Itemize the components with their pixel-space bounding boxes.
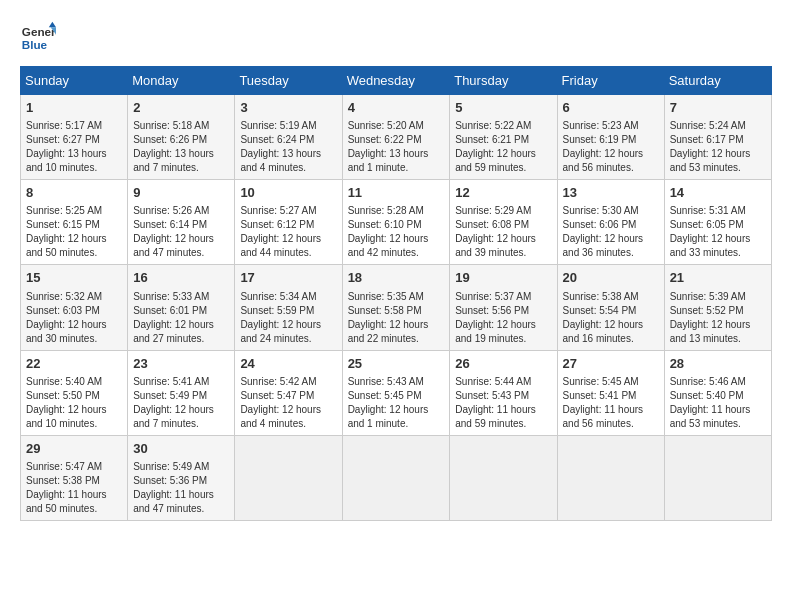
day-info: Sunrise: 5:27 AM Sunset: 6:12 PM Dayligh… xyxy=(240,204,336,260)
day-number: 20 xyxy=(563,269,659,287)
calendar-cell xyxy=(664,435,771,520)
day-info: Sunrise: 5:45 AM Sunset: 5:41 PM Dayligh… xyxy=(563,375,659,431)
calendar-cell: 10Sunrise: 5:27 AM Sunset: 6:12 PM Dayli… xyxy=(235,180,342,265)
column-header-sunday: Sunday xyxy=(21,67,128,95)
day-number: 7 xyxy=(670,99,766,117)
calendar-cell: 8Sunrise: 5:25 AM Sunset: 6:15 PM Daylig… xyxy=(21,180,128,265)
logo-icon: General Blue xyxy=(20,20,56,56)
day-info: Sunrise: 5:47 AM Sunset: 5:38 PM Dayligh… xyxy=(26,460,122,516)
day-number: 3 xyxy=(240,99,336,117)
day-number: 6 xyxy=(563,99,659,117)
day-info: Sunrise: 5:18 AM Sunset: 6:26 PM Dayligh… xyxy=(133,119,229,175)
calendar-cell: 15Sunrise: 5:32 AM Sunset: 6:03 PM Dayli… xyxy=(21,265,128,350)
day-info: Sunrise: 5:42 AM Sunset: 5:47 PM Dayligh… xyxy=(240,375,336,431)
calendar-cell: 1Sunrise: 5:17 AM Sunset: 6:27 PM Daylig… xyxy=(21,95,128,180)
day-info: Sunrise: 5:22 AM Sunset: 6:21 PM Dayligh… xyxy=(455,119,551,175)
day-info: Sunrise: 5:23 AM Sunset: 6:19 PM Dayligh… xyxy=(563,119,659,175)
calendar-cell: 7Sunrise: 5:24 AM Sunset: 6:17 PM Daylig… xyxy=(664,95,771,180)
day-number: 21 xyxy=(670,269,766,287)
day-info: Sunrise: 5:24 AM Sunset: 6:17 PM Dayligh… xyxy=(670,119,766,175)
day-number: 16 xyxy=(133,269,229,287)
calendar-cell: 19Sunrise: 5:37 AM Sunset: 5:56 PM Dayli… xyxy=(450,265,557,350)
day-info: Sunrise: 5:46 AM Sunset: 5:40 PM Dayligh… xyxy=(670,375,766,431)
calendar-cell: 29Sunrise: 5:47 AM Sunset: 5:38 PM Dayli… xyxy=(21,435,128,520)
day-number: 18 xyxy=(348,269,445,287)
calendar-cell: 30Sunrise: 5:49 AM Sunset: 5:36 PM Dayli… xyxy=(128,435,235,520)
day-number: 24 xyxy=(240,355,336,373)
column-header-friday: Friday xyxy=(557,67,664,95)
calendar-cell: 24Sunrise: 5:42 AM Sunset: 5:47 PM Dayli… xyxy=(235,350,342,435)
day-info: Sunrise: 5:17 AM Sunset: 6:27 PM Dayligh… xyxy=(26,119,122,175)
calendar-cell xyxy=(235,435,342,520)
day-number: 15 xyxy=(26,269,122,287)
calendar-week-row: 15Sunrise: 5:32 AM Sunset: 6:03 PM Dayli… xyxy=(21,265,772,350)
day-info: Sunrise: 5:34 AM Sunset: 5:59 PM Dayligh… xyxy=(240,290,336,346)
day-info: Sunrise: 5:29 AM Sunset: 6:08 PM Dayligh… xyxy=(455,204,551,260)
day-info: Sunrise: 5:20 AM Sunset: 6:22 PM Dayligh… xyxy=(348,119,445,175)
day-info: Sunrise: 5:30 AM Sunset: 6:06 PM Dayligh… xyxy=(563,204,659,260)
day-info: Sunrise: 5:37 AM Sunset: 5:56 PM Dayligh… xyxy=(455,290,551,346)
day-number: 19 xyxy=(455,269,551,287)
day-info: Sunrise: 5:32 AM Sunset: 6:03 PM Dayligh… xyxy=(26,290,122,346)
day-number: 11 xyxy=(348,184,445,202)
column-header-thursday: Thursday xyxy=(450,67,557,95)
day-info: Sunrise: 5:44 AM Sunset: 5:43 PM Dayligh… xyxy=(455,375,551,431)
day-info: Sunrise: 5:33 AM Sunset: 6:01 PM Dayligh… xyxy=(133,290,229,346)
header: General Blue xyxy=(20,20,772,56)
calendar-cell: 22Sunrise: 5:40 AM Sunset: 5:50 PM Dayli… xyxy=(21,350,128,435)
day-number: 23 xyxy=(133,355,229,373)
calendar-cell: 5Sunrise: 5:22 AM Sunset: 6:21 PM Daylig… xyxy=(450,95,557,180)
svg-text:Blue: Blue xyxy=(22,38,48,51)
calendar-cell: 26Sunrise: 5:44 AM Sunset: 5:43 PM Dayli… xyxy=(450,350,557,435)
column-header-monday: Monday xyxy=(128,67,235,95)
day-number: 5 xyxy=(455,99,551,117)
calendar-cell xyxy=(342,435,450,520)
day-info: Sunrise: 5:31 AM Sunset: 6:05 PM Dayligh… xyxy=(670,204,766,260)
day-number: 30 xyxy=(133,440,229,458)
day-number: 29 xyxy=(26,440,122,458)
day-number: 28 xyxy=(670,355,766,373)
calendar-cell: 9Sunrise: 5:26 AM Sunset: 6:14 PM Daylig… xyxy=(128,180,235,265)
calendar-cell: 6Sunrise: 5:23 AM Sunset: 6:19 PM Daylig… xyxy=(557,95,664,180)
day-info: Sunrise: 5:25 AM Sunset: 6:15 PM Dayligh… xyxy=(26,204,122,260)
calendar-cell: 17Sunrise: 5:34 AM Sunset: 5:59 PM Dayli… xyxy=(235,265,342,350)
day-info: Sunrise: 5:39 AM Sunset: 5:52 PM Dayligh… xyxy=(670,290,766,346)
calendar-cell: 25Sunrise: 5:43 AM Sunset: 5:45 PM Dayli… xyxy=(342,350,450,435)
calendar-header-row: SundayMondayTuesdayWednesdayThursdayFrid… xyxy=(21,67,772,95)
calendar-cell xyxy=(557,435,664,520)
day-number: 25 xyxy=(348,355,445,373)
day-number: 12 xyxy=(455,184,551,202)
column-header-saturday: Saturday xyxy=(664,67,771,95)
day-number: 17 xyxy=(240,269,336,287)
calendar-cell: 28Sunrise: 5:46 AM Sunset: 5:40 PM Dayli… xyxy=(664,350,771,435)
calendar-cell: 13Sunrise: 5:30 AM Sunset: 6:06 PM Dayli… xyxy=(557,180,664,265)
day-info: Sunrise: 5:49 AM Sunset: 5:36 PM Dayligh… xyxy=(133,460,229,516)
day-info: Sunrise: 5:43 AM Sunset: 5:45 PM Dayligh… xyxy=(348,375,445,431)
day-number: 4 xyxy=(348,99,445,117)
calendar-week-row: 22Sunrise: 5:40 AM Sunset: 5:50 PM Dayli… xyxy=(21,350,772,435)
day-info: Sunrise: 5:40 AM Sunset: 5:50 PM Dayligh… xyxy=(26,375,122,431)
day-info: Sunrise: 5:38 AM Sunset: 5:54 PM Dayligh… xyxy=(563,290,659,346)
day-number: 10 xyxy=(240,184,336,202)
calendar-cell: 18Sunrise: 5:35 AM Sunset: 5:58 PM Dayli… xyxy=(342,265,450,350)
calendar-cell: 3Sunrise: 5:19 AM Sunset: 6:24 PM Daylig… xyxy=(235,95,342,180)
calendar-table: SundayMondayTuesdayWednesdayThursdayFrid… xyxy=(20,66,772,521)
calendar-cell: 16Sunrise: 5:33 AM Sunset: 6:01 PM Dayli… xyxy=(128,265,235,350)
day-info: Sunrise: 5:26 AM Sunset: 6:14 PM Dayligh… xyxy=(133,204,229,260)
calendar-cell: 12Sunrise: 5:29 AM Sunset: 6:08 PM Dayli… xyxy=(450,180,557,265)
day-number: 1 xyxy=(26,99,122,117)
calendar-cell: 23Sunrise: 5:41 AM Sunset: 5:49 PM Dayli… xyxy=(128,350,235,435)
day-number: 8 xyxy=(26,184,122,202)
calendar-cell: 14Sunrise: 5:31 AM Sunset: 6:05 PM Dayli… xyxy=(664,180,771,265)
day-info: Sunrise: 5:35 AM Sunset: 5:58 PM Dayligh… xyxy=(348,290,445,346)
day-info: Sunrise: 5:19 AM Sunset: 6:24 PM Dayligh… xyxy=(240,119,336,175)
calendar-cell: 4Sunrise: 5:20 AM Sunset: 6:22 PM Daylig… xyxy=(342,95,450,180)
calendar-week-row: 1Sunrise: 5:17 AM Sunset: 6:27 PM Daylig… xyxy=(21,95,772,180)
calendar-cell xyxy=(450,435,557,520)
day-info: Sunrise: 5:28 AM Sunset: 6:10 PM Dayligh… xyxy=(348,204,445,260)
calendar-cell: 2Sunrise: 5:18 AM Sunset: 6:26 PM Daylig… xyxy=(128,95,235,180)
calendar-cell: 27Sunrise: 5:45 AM Sunset: 5:41 PM Dayli… xyxy=(557,350,664,435)
column-header-tuesday: Tuesday xyxy=(235,67,342,95)
logo: General Blue xyxy=(20,20,62,56)
calendar-cell: 11Sunrise: 5:28 AM Sunset: 6:10 PM Dayli… xyxy=(342,180,450,265)
